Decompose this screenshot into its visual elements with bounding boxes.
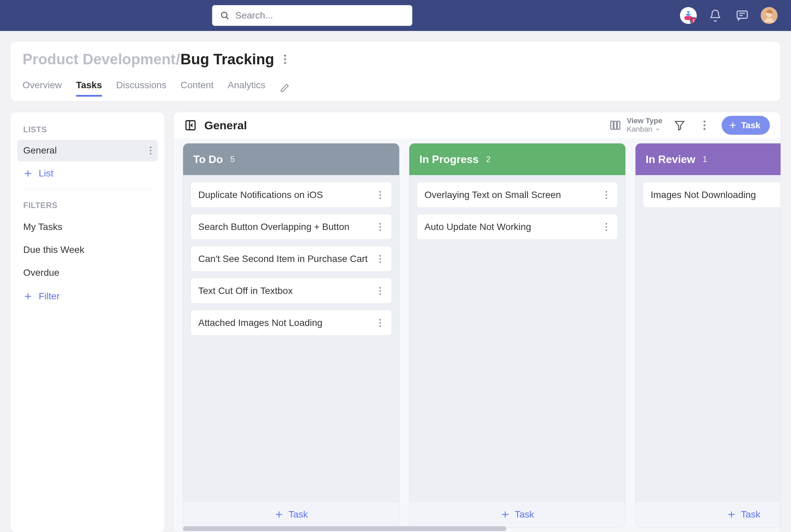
svg-rect-22 [614, 121, 617, 129]
svg-point-12 [150, 147, 152, 148]
svg-point-41 [379, 293, 381, 294]
add-task-label: Task [288, 509, 308, 520]
task-more-icon[interactable] [376, 222, 384, 232]
tab-discussions[interactable]: Discussions [116, 80, 166, 96]
tab-tasks[interactable]: Tasks [76, 80, 102, 96]
new-task-button[interactable]: Task [722, 116, 770, 135]
task-title: Can't See Second Item in Purchase Cart [198, 253, 371, 265]
svg-point-44 [379, 325, 381, 327]
add-task-button[interactable]: Task [501, 509, 534, 520]
svg-point-35 [379, 229, 381, 231]
svg-point-40 [379, 290, 381, 291]
add-task-button[interactable]: Task [727, 509, 760, 520]
column-count: 2 [486, 155, 490, 164]
task-card[interactable]: Images Not Downloading [643, 182, 780, 208]
task-more-icon[interactable] [376, 286, 384, 296]
column-body: Duplicate Notifications on iOSSearch But… [183, 175, 399, 501]
plus-icon [274, 510, 284, 519]
svg-point-30 [379, 191, 381, 193]
svg-rect-21 [611, 121, 614, 129]
sidebar-list-general[interactable]: General [17, 140, 158, 161]
board-body[interactable]: To Do5Duplicate Notifications on iOSSear… [173, 138, 780, 532]
view-type-selector[interactable]: View Type Kanban [609, 117, 662, 133]
horizontal-scrollbar[interactable] [183, 526, 771, 531]
breadcrumb-current: Bug Tracking [180, 51, 274, 67]
task-card[interactable]: Auto Update Not Working [417, 214, 618, 240]
bell-icon[interactable] [707, 7, 724, 24]
add-task-button[interactable]: Task [274, 509, 308, 520]
new-task-label: Task [741, 120, 760, 131]
svg-point-27 [703, 128, 706, 130]
list-more-icon[interactable] [150, 147, 152, 155]
column-name: In Progress [419, 153, 479, 166]
svg-line-1 [226, 17, 228, 19]
task-title: Auto Update Not Working [424, 221, 597, 233]
add-filter-button[interactable]: Filter [17, 284, 158, 308]
filter-button[interactable] [672, 117, 687, 133]
tab-analytics[interactable]: Analytics [228, 80, 266, 96]
svg-point-50 [605, 223, 607, 225]
search-input[interactable] [235, 10, 405, 21]
add-filter-label: Filter [39, 291, 60, 302]
topbar: 1 [0, 0, 791, 31]
comment-icon[interactable] [734, 7, 751, 24]
svg-point-49 [605, 197, 607, 199]
column-footer: Task [183, 501, 399, 527]
user-avatar[interactable] [761, 7, 777, 24]
collapse-icon[interactable] [184, 119, 197, 132]
svg-point-39 [379, 287, 381, 288]
filter-overdue[interactable]: Overdue [17, 261, 158, 284]
topbar-icons: 1 [680, 7, 777, 24]
plus-icon [727, 510, 736, 519]
add-list-label: List [39, 168, 54, 179]
task-card[interactable]: Search Button Overlapping + Button [191, 214, 392, 240]
svg-point-10 [284, 58, 286, 60]
tab-content[interactable]: Content [180, 80, 213, 96]
view-type-label: View Type [627, 117, 662, 125]
scrollbar-thumb[interactable] [183, 526, 506, 531]
column-header[interactable]: To Do5 [183, 144, 399, 175]
add-list-button[interactable]: List [17, 161, 158, 186]
column-header[interactable]: In Review1 [636, 144, 780, 175]
task-more-icon[interactable] [602, 190, 610, 200]
task-more-icon[interactable] [602, 222, 610, 232]
svg-point-33 [379, 223, 381, 225]
filter-my-tasks[interactable]: My Tasks [17, 215, 158, 239]
board-header: General View Type Kanban [173, 112, 780, 138]
add-task-label: Task [515, 509, 534, 520]
svg-point-26 [703, 124, 706, 126]
column-count: 5 [230, 155, 235, 164]
svg-marker-24 [675, 121, 684, 130]
column-header[interactable]: In Progress2 [409, 144, 625, 175]
task-card[interactable]: Overlaying Text on Small Screen [417, 182, 618, 208]
column-body: Overlaying Text on Small ScreenAuto Upda… [409, 175, 625, 501]
search-wrap[interactable] [212, 5, 412, 26]
svg-point-32 [379, 197, 381, 199]
task-card[interactable]: Can't See Second Item in Purchase Cart [191, 246, 392, 272]
pencil-icon[interactable] [280, 83, 290, 93]
board-more-button[interactable] [697, 117, 712, 133]
breadcrumb-parent[interactable]: Product Development [22, 51, 176, 67]
task-more-icon[interactable] [376, 253, 384, 264]
svg-rect-23 [617, 121, 620, 129]
task-card[interactable]: Duplicate Notifications on iOS [191, 182, 392, 208]
svg-point-48 [605, 194, 607, 196]
page-more-button[interactable] [280, 54, 290, 65]
bot-avatar[interactable]: 1 [680, 7, 697, 24]
task-title: Duplicate Notifications on iOS [198, 189, 371, 201]
column-name: To Do [193, 153, 223, 166]
board: General View Type Kanban [173, 112, 781, 532]
column-footer: Task [409, 501, 625, 527]
task-more-icon[interactable] [376, 190, 384, 200]
svg-point-4 [686, 12, 688, 14]
task-card[interactable]: Attached Images Not Loading [191, 310, 392, 336]
sidebar-lists-label: LISTS [17, 121, 158, 140]
filter-due-this-week[interactable]: Due this Week [17, 239, 158, 261]
task-more-icon[interactable] [376, 318, 384, 328]
task-card[interactable]: Text Cut Off in Textbox [191, 278, 392, 304]
task-title: Search Button Overlapping + Button [198, 221, 371, 233]
columns-icon [609, 119, 621, 131]
tab-overview[interactable]: Overview [22, 80, 62, 96]
sidebar-filters-label: FILTERS [17, 197, 158, 215]
svg-point-5 [689, 12, 691, 14]
